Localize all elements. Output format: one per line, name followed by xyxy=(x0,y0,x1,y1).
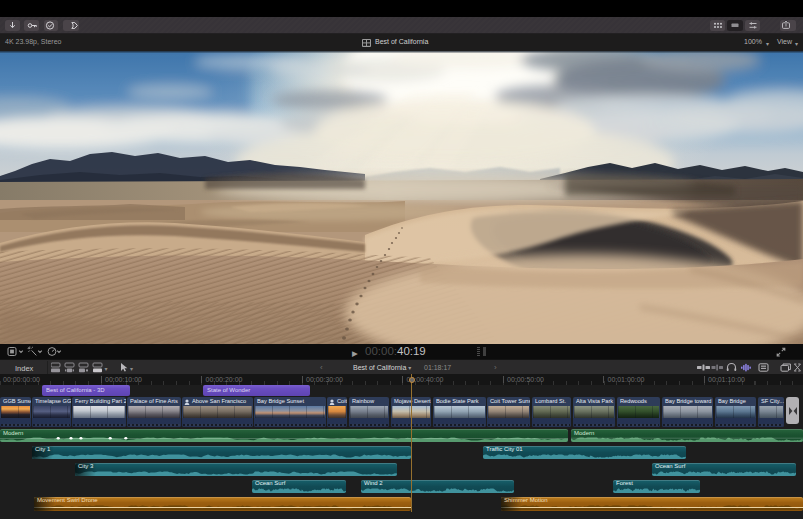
svg-text:▾: ▾ xyxy=(105,366,108,372)
svg-text:▾: ▾ xyxy=(130,366,133,372)
